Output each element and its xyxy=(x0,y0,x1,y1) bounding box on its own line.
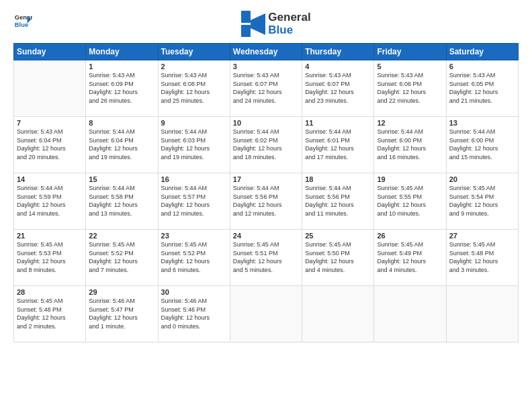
calendar-header-sunday: Sunday xyxy=(14,44,86,60)
calendar-cell-day-21: 21Sunrise: 5:45 AM Sunset: 5:53 PM Dayli… xyxy=(14,230,86,286)
day-number: 17 xyxy=(233,175,299,183)
day-info: Sunrise: 5:44 AM Sunset: 6:04 PM Dayligh… xyxy=(89,128,154,161)
calendar-cell-day-24: 24Sunrise: 5:45 AM Sunset: 5:51 PM Dayli… xyxy=(230,230,302,286)
day-info: Sunrise: 5:44 AM Sunset: 5:56 PM Dayligh… xyxy=(233,184,299,218)
calendar-header-monday: Monday xyxy=(86,44,158,60)
calendar-cell-day-23: 23Sunrise: 5:45 AM Sunset: 5:52 PM Dayli… xyxy=(158,230,230,286)
calendar-week-3: 14Sunrise: 5:44 AM Sunset: 5:59 PM Dayli… xyxy=(14,173,519,230)
svg-marker-6 xyxy=(251,13,265,35)
calendar-header-friday: Friday xyxy=(374,44,446,60)
day-info: Sunrise: 5:45 AM Sunset: 5:52 PM Dayligh… xyxy=(89,240,154,274)
day-info: Sunrise: 5:45 AM Sunset: 5:53 PM Dayligh… xyxy=(17,240,83,274)
day-info: Sunrise: 5:44 AM Sunset: 5:59 PM Dayligh… xyxy=(17,184,83,218)
calendar-cell-day-27: 27Sunrise: 5:45 AM Sunset: 5:48 PM Dayli… xyxy=(446,230,518,286)
calendar-cell-day-4: 4Sunrise: 5:43 AM Sunset: 6:07 PM Daylig… xyxy=(302,60,374,117)
day-info: Sunrise: 5:43 AM Sunset: 6:05 PM Dayligh… xyxy=(449,71,515,105)
page: General Blue General Blue SundayM xyxy=(0,0,532,411)
calendar-cell-day-3: 3Sunrise: 5:43 AM Sunset: 6:07 PM Daylig… xyxy=(230,60,302,117)
calendar-cell-day-16: 16Sunrise: 5:44 AM Sunset: 5:57 PM Dayli… xyxy=(158,173,230,230)
calendar-cell-day-14: 14Sunrise: 5:44 AM Sunset: 5:59 PM Dayli… xyxy=(14,173,86,230)
day-info: Sunrise: 5:45 AM Sunset: 5:49 PM Dayligh… xyxy=(377,240,443,274)
calendar-week-1: 1Sunrise: 5:43 AM Sunset: 6:09 PM Daylig… xyxy=(14,60,519,117)
day-number: 18 xyxy=(305,175,371,183)
calendar-cell-day-15: 15Sunrise: 5:44 AM Sunset: 5:58 PM Dayli… xyxy=(86,173,158,230)
header: General Blue General Blue xyxy=(13,11,519,38)
logo-bird-icon xyxy=(241,11,265,38)
calendar-cell-day-5: 5Sunrise: 5:43 AM Sunset: 6:06 PM Daylig… xyxy=(374,60,446,117)
day-info: Sunrise: 5:45 AM Sunset: 5:55 PM Dayligh… xyxy=(377,184,443,218)
day-number: 30 xyxy=(161,288,227,296)
day-info: Sunrise: 5:46 AM Sunset: 5:46 PM Dayligh… xyxy=(161,297,227,330)
svg-text:Blue: Blue xyxy=(15,21,28,28)
calendar-header-thursday: Thursday xyxy=(302,44,374,60)
calendar-cell-empty xyxy=(230,286,302,342)
day-number: 15 xyxy=(89,175,154,183)
calendar-cell-day-22: 22Sunrise: 5:45 AM Sunset: 5:52 PM Dayli… xyxy=(86,230,158,286)
calendar-week-5: 28Sunrise: 5:45 AM Sunset: 5:48 PM Dayli… xyxy=(14,286,519,342)
day-info: Sunrise: 5:43 AM Sunset: 6:06 PM Dayligh… xyxy=(377,71,443,105)
calendar-cell-day-19: 19Sunrise: 5:45 AM Sunset: 5:55 PM Dayli… xyxy=(374,173,446,230)
day-info: Sunrise: 5:43 AM Sunset: 6:09 PM Dayligh… xyxy=(89,71,154,105)
calendar-cell-day-2: 2Sunrise: 5:43 AM Sunset: 6:08 PM Daylig… xyxy=(158,60,230,117)
calendar-header-tuesday: Tuesday xyxy=(158,44,230,60)
day-info: Sunrise: 5:44 AM Sunset: 6:02 PM Dayligh… xyxy=(233,128,299,161)
day-number: 3 xyxy=(233,62,299,71)
day-number: 6 xyxy=(449,62,515,71)
day-info: Sunrise: 5:45 AM Sunset: 5:50 PM Dayligh… xyxy=(305,240,371,274)
calendar-header-wednesday: Wednesday xyxy=(230,44,302,60)
day-number: 4 xyxy=(305,62,371,71)
calendar-cell-day-9: 9Sunrise: 5:44 AM Sunset: 6:03 PM Daylig… xyxy=(158,117,230,173)
calendar-week-4: 21Sunrise: 5:45 AM Sunset: 5:53 PM Dayli… xyxy=(14,230,519,286)
day-info: Sunrise: 5:46 AM Sunset: 5:47 PM Dayligh… xyxy=(89,297,154,330)
day-number: 8 xyxy=(89,119,154,127)
day-info: Sunrise: 5:45 AM Sunset: 5:54 PM Dayligh… xyxy=(449,184,515,218)
calendar-cell-day-6: 6Sunrise: 5:43 AM Sunset: 6:05 PM Daylig… xyxy=(446,60,518,117)
calendar-cell-empty xyxy=(446,286,518,342)
calendar-table: SundayMondayTuesdayWednesdayThursdayFrid… xyxy=(13,43,519,342)
day-number: 26 xyxy=(377,232,443,240)
calendar-cell-day-11: 11Sunrise: 5:44 AM Sunset: 6:01 PM Dayli… xyxy=(302,117,374,173)
calendar-cell-day-7: 7Sunrise: 5:43 AM Sunset: 6:04 PM Daylig… xyxy=(14,117,86,173)
day-info: Sunrise: 5:43 AM Sunset: 6:08 PM Dayligh… xyxy=(161,71,227,105)
calendar-header-row: SundayMondayTuesdayWednesdayThursdayFrid… xyxy=(14,44,519,60)
day-info: Sunrise: 5:44 AM Sunset: 6:01 PM Dayligh… xyxy=(305,128,371,161)
day-info: Sunrise: 5:45 AM Sunset: 5:51 PM Dayligh… xyxy=(233,240,299,274)
day-number: 20 xyxy=(449,175,515,183)
day-info: Sunrise: 5:44 AM Sunset: 5:56 PM Dayligh… xyxy=(305,184,371,218)
day-info: Sunrise: 5:44 AM Sunset: 6:00 PM Dayligh… xyxy=(449,128,515,161)
day-number: 7 xyxy=(17,119,83,127)
day-number: 1 xyxy=(89,62,154,71)
day-number: 24 xyxy=(233,232,299,240)
day-number: 12 xyxy=(377,119,443,127)
day-info: Sunrise: 5:45 AM Sunset: 5:48 PM Dayligh… xyxy=(449,240,515,274)
calendar-week-2: 7Sunrise: 5:43 AM Sunset: 6:04 PM Daylig… xyxy=(14,117,519,173)
day-number: 27 xyxy=(449,232,515,240)
logo-icon: General Blue xyxy=(13,11,32,30)
calendar-cell-day-25: 25Sunrise: 5:45 AM Sunset: 5:50 PM Dayli… xyxy=(302,230,374,286)
calendar-cell-day-12: 12Sunrise: 5:44 AM Sunset: 6:00 PM Dayli… xyxy=(374,117,446,173)
day-number: 5 xyxy=(377,62,443,71)
calendar-cell-day-1: 1Sunrise: 5:43 AM Sunset: 6:09 PM Daylig… xyxy=(86,60,158,117)
day-number: 25 xyxy=(305,232,371,240)
calendar-cell-day-30: 30Sunrise: 5:46 AM Sunset: 5:46 PM Dayli… xyxy=(158,286,230,342)
calendar-cell-empty xyxy=(14,60,86,117)
calendar-header-saturday: Saturday xyxy=(446,44,518,60)
svg-rect-4 xyxy=(241,11,251,23)
calendar-cell-day-28: 28Sunrise: 5:45 AM Sunset: 5:48 PM Dayli… xyxy=(14,286,86,342)
calendar-cell-day-26: 26Sunrise: 5:45 AM Sunset: 5:49 PM Dayli… xyxy=(374,230,446,286)
calendar-cell-day-13: 13Sunrise: 5:44 AM Sunset: 6:00 PM Dayli… xyxy=(446,117,518,173)
day-info: Sunrise: 5:43 AM Sunset: 6:07 PM Dayligh… xyxy=(305,71,371,105)
day-number: 19 xyxy=(377,175,443,183)
logo: General Blue xyxy=(13,11,34,30)
calendar-cell-day-17: 17Sunrise: 5:44 AM Sunset: 5:56 PM Dayli… xyxy=(230,173,302,230)
calendar-cell-empty xyxy=(374,286,446,342)
day-number: 10 xyxy=(233,119,299,127)
day-number: 16 xyxy=(161,175,227,183)
calendar-cell-day-8: 8Sunrise: 5:44 AM Sunset: 6:04 PM Daylig… xyxy=(86,117,158,173)
day-number: 13 xyxy=(449,119,515,127)
day-number: 23 xyxy=(161,232,227,240)
day-info: Sunrise: 5:43 AM Sunset: 6:07 PM Dayligh… xyxy=(233,71,299,105)
day-info: Sunrise: 5:45 AM Sunset: 5:48 PM Dayligh… xyxy=(17,297,83,330)
day-info: Sunrise: 5:44 AM Sunset: 5:58 PM Dayligh… xyxy=(89,184,154,218)
svg-rect-5 xyxy=(241,25,251,37)
